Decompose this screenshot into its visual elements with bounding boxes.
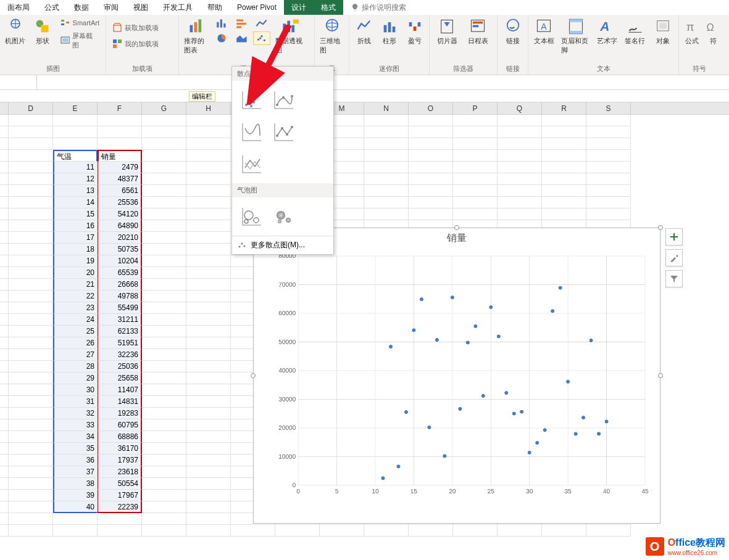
cell[interactable]: 17967 [98, 490, 142, 501]
cell[interactable] [53, 138, 98, 150]
cell[interactable] [364, 525, 409, 537]
scatter-smooth-markers-item[interactable] [269, 86, 298, 114]
cell[interactable] [9, 232, 53, 244]
column-chart-button[interactable] [214, 17, 231, 30]
cell[interactable]: 11 [53, 162, 98, 173]
cell[interactable] [409, 208, 453, 220]
tab-data[interactable]: 数据 [67, 0, 96, 15]
cell[interactable] [586, 126, 631, 138]
3dmap-button[interactable]: 三维地图 [319, 17, 345, 56]
tab-format[interactable]: 格式 [314, 0, 343, 15]
cell[interactable]: 18 [53, 244, 98, 255]
cell[interactable] [453, 115, 498, 126]
cell[interactable] [186, 396, 231, 408]
cell[interactable] [98, 525, 142, 537]
cell[interactable] [186, 115, 231, 126]
cell[interactable] [453, 197, 498, 208]
cell[interactable] [186, 162, 231, 173]
cell[interactable]: 22239 [98, 501, 142, 513]
cell[interactable] [542, 208, 586, 220]
cell[interactable]: 49788 [98, 290, 142, 302]
textbox-button[interactable]: A文本框 [532, 17, 556, 47]
cell[interactable] [9, 443, 53, 455]
cell[interactable] [142, 337, 186, 349]
cell[interactable] [542, 525, 586, 537]
cell[interactable] [186, 279, 231, 290]
cell[interactable] [9, 138, 53, 150]
cell[interactable]: 39 [53, 490, 98, 501]
timeline-button[interactable]: 日程表 [464, 17, 491, 47]
cell[interactable] [186, 501, 231, 513]
cell[interactable] [142, 466, 186, 478]
cell[interactable] [53, 525, 98, 537]
cell[interactable] [142, 419, 186, 431]
cell[interactable] [142, 279, 186, 290]
tab-formulas[interactable]: 公式 [37, 0, 67, 15]
cell[interactable]: 气温 [53, 150, 98, 162]
area-chart-button[interactable] [233, 31, 251, 45]
cell[interactable] [9, 290, 53, 302]
cell[interactable] [186, 326, 231, 337]
chart-elements-button[interactable] [665, 228, 683, 245]
cell[interactable] [9, 244, 53, 255]
cell[interactable] [142, 138, 186, 150]
cell[interactable] [586, 138, 631, 150]
cell[interactable] [186, 478, 231, 490]
cell[interactable] [98, 513, 142, 525]
cell[interactable]: 23618 [98, 466, 142, 478]
cell[interactable] [498, 126, 542, 138]
cell[interactable]: 48377 [98, 173, 142, 185]
online-pictures-button[interactable]: 机图片 [4, 17, 27, 47]
cell[interactable] [186, 513, 231, 525]
column-header[interactable]: P [453, 102, 498, 114]
cell[interactable] [98, 138, 142, 150]
cell[interactable]: 65539 [98, 267, 142, 279]
bubble-3d-item[interactable] [269, 202, 298, 231]
cell[interactable] [186, 208, 231, 220]
column-header[interactable]: Q [498, 102, 542, 114]
cell[interactable]: 10204 [98, 255, 142, 267]
cell[interactable] [9, 490, 53, 501]
cell[interactable] [9, 431, 53, 443]
cell[interactable] [186, 466, 231, 478]
cell[interactable] [409, 185, 453, 197]
cell[interactable]: 6561 [98, 185, 142, 197]
embedded-chart[interactable]: 销量 [253, 228, 660, 524]
bubble-item[interactable] [237, 202, 265, 231]
cell[interactable] [142, 478, 186, 490]
cell[interactable] [142, 349, 186, 361]
cell[interactable] [364, 115, 409, 126]
cell[interactable]: 31 [53, 396, 98, 408]
cell[interactable] [142, 162, 186, 173]
sigline-button[interactable]: 签名行 [623, 17, 647, 47]
cell[interactable] [186, 419, 231, 431]
cell[interactable] [453, 208, 498, 220]
cell[interactable] [275, 525, 320, 537]
cell[interactable] [409, 126, 453, 138]
cell[interactable] [453, 173, 498, 185]
tab-powerpivot[interactable]: Power Pivot [230, 0, 284, 15]
cell[interactable] [98, 115, 142, 126]
cell[interactable] [9, 384, 53, 396]
cell[interactable] [409, 115, 453, 126]
cell[interactable] [142, 232, 186, 244]
recommended-charts-button[interactable]: 推荐的图表 [183, 17, 210, 56]
cell[interactable] [142, 455, 186, 466]
cell[interactable] [9, 525, 53, 537]
cell[interactable] [142, 431, 186, 443]
cell[interactable] [186, 220, 231, 232]
cell[interactable] [9, 173, 53, 185]
cell[interactable]: 51951 [98, 337, 142, 349]
pie-chart-button[interactable] [214, 31, 231, 45]
cell[interactable] [142, 326, 186, 337]
cell[interactable]: 29 [53, 373, 98, 384]
tab-design[interactable]: 设计 [284, 0, 314, 15]
cell[interactable] [142, 150, 186, 162]
cell[interactable]: 2479 [98, 162, 142, 173]
cell[interactable]: 27 [53, 349, 98, 361]
cell[interactable] [9, 396, 53, 408]
cell[interactable]: 64890 [98, 220, 142, 232]
cell[interactable] [142, 255, 186, 267]
wordart-button[interactable]: A艺术字 [595, 17, 619, 47]
cell[interactable] [186, 525, 231, 537]
